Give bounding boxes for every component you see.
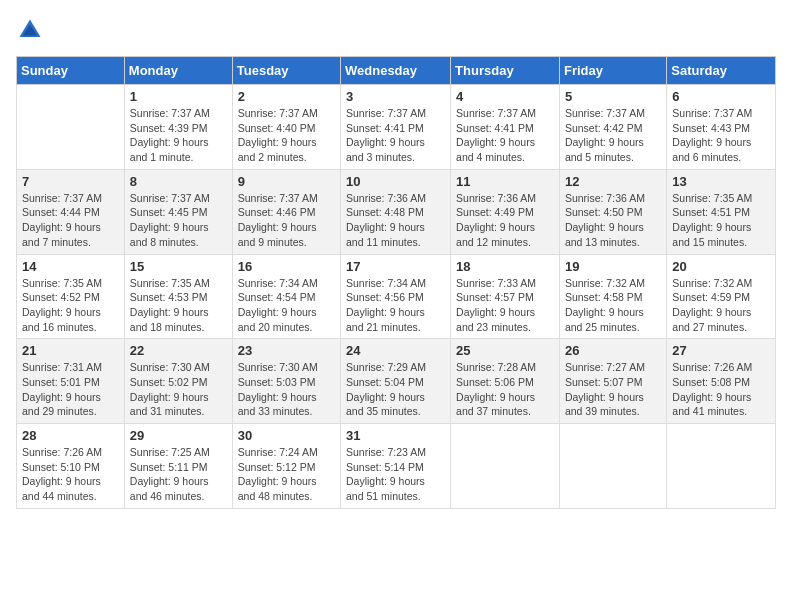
day-number: 18: [456, 259, 554, 274]
calendar-cell: 6 Sunrise: 7:37 AMSunset: 4:43 PMDayligh…: [667, 85, 776, 170]
day-header-sunday: Sunday: [17, 57, 125, 85]
day-number: 7: [22, 174, 119, 189]
calendar-cell: 24 Sunrise: 7:29 AMSunset: 5:04 PMDaylig…: [341, 339, 451, 424]
calendar-week-row: 1 Sunrise: 7:37 AMSunset: 4:39 PMDayligh…: [17, 85, 776, 170]
calendar-cell: 18 Sunrise: 7:33 AMSunset: 4:57 PMDaylig…: [451, 254, 560, 339]
day-info: Sunrise: 7:24 AMSunset: 5:12 PMDaylight:…: [238, 445, 335, 504]
day-info: Sunrise: 7:30 AMSunset: 5:03 PMDaylight:…: [238, 360, 335, 419]
calendar-cell: 13 Sunrise: 7:35 AMSunset: 4:51 PMDaylig…: [667, 169, 776, 254]
day-number: 9: [238, 174, 335, 189]
day-header-wednesday: Wednesday: [341, 57, 451, 85]
day-number: 17: [346, 259, 445, 274]
day-info: Sunrise: 7:31 AMSunset: 5:01 PMDaylight:…: [22, 360, 119, 419]
day-info: Sunrise: 7:37 AMSunset: 4:43 PMDaylight:…: [672, 106, 770, 165]
calendar-cell: 21 Sunrise: 7:31 AMSunset: 5:01 PMDaylig…: [17, 339, 125, 424]
day-info: Sunrise: 7:37 AMSunset: 4:46 PMDaylight:…: [238, 191, 335, 250]
day-number: 28: [22, 428, 119, 443]
day-number: 20: [672, 259, 770, 274]
day-info: Sunrise: 7:23 AMSunset: 5:14 PMDaylight:…: [346, 445, 445, 504]
calendar-cell: 4 Sunrise: 7:37 AMSunset: 4:41 PMDayligh…: [451, 85, 560, 170]
calendar-week-row: 21 Sunrise: 7:31 AMSunset: 5:01 PMDaylig…: [17, 339, 776, 424]
calendar-cell: [667, 424, 776, 509]
calendar-cell: 3 Sunrise: 7:37 AMSunset: 4:41 PMDayligh…: [341, 85, 451, 170]
day-info: Sunrise: 7:32 AMSunset: 4:58 PMDaylight:…: [565, 276, 661, 335]
day-number: 15: [130, 259, 227, 274]
day-info: Sunrise: 7:37 AMSunset: 4:45 PMDaylight:…: [130, 191, 227, 250]
calendar-cell: 16 Sunrise: 7:34 AMSunset: 4:54 PMDaylig…: [232, 254, 340, 339]
calendar-cell: [559, 424, 666, 509]
day-number: 26: [565, 343, 661, 358]
day-number: 25: [456, 343, 554, 358]
calendar-week-row: 14 Sunrise: 7:35 AMSunset: 4:52 PMDaylig…: [17, 254, 776, 339]
day-number: 21: [22, 343, 119, 358]
day-info: Sunrise: 7:35 AMSunset: 4:52 PMDaylight:…: [22, 276, 119, 335]
day-info: Sunrise: 7:37 AMSunset: 4:40 PMDaylight:…: [238, 106, 335, 165]
day-info: Sunrise: 7:32 AMSunset: 4:59 PMDaylight:…: [672, 276, 770, 335]
calendar-header-row: SundayMondayTuesdayWednesdayThursdayFrid…: [17, 57, 776, 85]
logo: [16, 16, 48, 44]
calendar-cell: 5 Sunrise: 7:37 AMSunset: 4:42 PMDayligh…: [559, 85, 666, 170]
calendar-cell: 10 Sunrise: 7:36 AMSunset: 4:48 PMDaylig…: [341, 169, 451, 254]
day-number: 30: [238, 428, 335, 443]
calendar-cell: 7 Sunrise: 7:37 AMSunset: 4:44 PMDayligh…: [17, 169, 125, 254]
day-number: 12: [565, 174, 661, 189]
day-info: Sunrise: 7:29 AMSunset: 5:04 PMDaylight:…: [346, 360, 445, 419]
logo-icon: [16, 16, 44, 44]
day-number: 22: [130, 343, 227, 358]
calendar-cell: 14 Sunrise: 7:35 AMSunset: 4:52 PMDaylig…: [17, 254, 125, 339]
day-info: Sunrise: 7:34 AMSunset: 4:56 PMDaylight:…: [346, 276, 445, 335]
calendar-cell: 22 Sunrise: 7:30 AMSunset: 5:02 PMDaylig…: [124, 339, 232, 424]
day-info: Sunrise: 7:35 AMSunset: 4:53 PMDaylight:…: [130, 276, 227, 335]
day-number: 16: [238, 259, 335, 274]
day-header-friday: Friday: [559, 57, 666, 85]
calendar-cell: 15 Sunrise: 7:35 AMSunset: 4:53 PMDaylig…: [124, 254, 232, 339]
day-number: 29: [130, 428, 227, 443]
day-info: Sunrise: 7:35 AMSunset: 4:51 PMDaylight:…: [672, 191, 770, 250]
calendar-cell: 20 Sunrise: 7:32 AMSunset: 4:59 PMDaylig…: [667, 254, 776, 339]
calendar-cell: 17 Sunrise: 7:34 AMSunset: 4:56 PMDaylig…: [341, 254, 451, 339]
day-info: Sunrise: 7:37 AMSunset: 4:44 PMDaylight:…: [22, 191, 119, 250]
day-number: 3: [346, 89, 445, 104]
day-header-thursday: Thursday: [451, 57, 560, 85]
day-number: 1: [130, 89, 227, 104]
day-info: Sunrise: 7:36 AMSunset: 4:48 PMDaylight:…: [346, 191, 445, 250]
day-number: 13: [672, 174, 770, 189]
day-number: 24: [346, 343, 445, 358]
calendar-cell: 23 Sunrise: 7:30 AMSunset: 5:03 PMDaylig…: [232, 339, 340, 424]
calendar-table: SundayMondayTuesdayWednesdayThursdayFrid…: [16, 56, 776, 509]
day-info: Sunrise: 7:34 AMSunset: 4:54 PMDaylight:…: [238, 276, 335, 335]
day-number: 11: [456, 174, 554, 189]
day-header-monday: Monday: [124, 57, 232, 85]
calendar-cell: 31 Sunrise: 7:23 AMSunset: 5:14 PMDaylig…: [341, 424, 451, 509]
day-number: 8: [130, 174, 227, 189]
day-number: 6: [672, 89, 770, 104]
day-info: Sunrise: 7:37 AMSunset: 4:41 PMDaylight:…: [346, 106, 445, 165]
day-info: Sunrise: 7:26 AMSunset: 5:10 PMDaylight:…: [22, 445, 119, 504]
day-number: 19: [565, 259, 661, 274]
calendar-cell: 11 Sunrise: 7:36 AMSunset: 4:49 PMDaylig…: [451, 169, 560, 254]
calendar-cell: 19 Sunrise: 7:32 AMSunset: 4:58 PMDaylig…: [559, 254, 666, 339]
day-info: Sunrise: 7:36 AMSunset: 4:50 PMDaylight:…: [565, 191, 661, 250]
day-info: Sunrise: 7:27 AMSunset: 5:07 PMDaylight:…: [565, 360, 661, 419]
day-info: Sunrise: 7:33 AMSunset: 4:57 PMDaylight:…: [456, 276, 554, 335]
day-number: 5: [565, 89, 661, 104]
calendar-cell: 12 Sunrise: 7:36 AMSunset: 4:50 PMDaylig…: [559, 169, 666, 254]
day-info: Sunrise: 7:37 AMSunset: 4:39 PMDaylight:…: [130, 106, 227, 165]
calendar-cell: 2 Sunrise: 7:37 AMSunset: 4:40 PMDayligh…: [232, 85, 340, 170]
day-info: Sunrise: 7:26 AMSunset: 5:08 PMDaylight:…: [672, 360, 770, 419]
calendar-week-row: 28 Sunrise: 7:26 AMSunset: 5:10 PMDaylig…: [17, 424, 776, 509]
calendar-cell: [17, 85, 125, 170]
day-info: Sunrise: 7:36 AMSunset: 4:49 PMDaylight:…: [456, 191, 554, 250]
day-number: 10: [346, 174, 445, 189]
day-number: 4: [456, 89, 554, 104]
day-number: 31: [346, 428, 445, 443]
day-info: Sunrise: 7:25 AMSunset: 5:11 PMDaylight:…: [130, 445, 227, 504]
calendar-cell: 30 Sunrise: 7:24 AMSunset: 5:12 PMDaylig…: [232, 424, 340, 509]
calendar-cell: 27 Sunrise: 7:26 AMSunset: 5:08 PMDaylig…: [667, 339, 776, 424]
page-header: [16, 16, 776, 44]
day-info: Sunrise: 7:37 AMSunset: 4:42 PMDaylight:…: [565, 106, 661, 165]
calendar-cell: 29 Sunrise: 7:25 AMSunset: 5:11 PMDaylig…: [124, 424, 232, 509]
day-info: Sunrise: 7:30 AMSunset: 5:02 PMDaylight:…: [130, 360, 227, 419]
calendar-cell: 25 Sunrise: 7:28 AMSunset: 5:06 PMDaylig…: [451, 339, 560, 424]
calendar-cell: 26 Sunrise: 7:27 AMSunset: 5:07 PMDaylig…: [559, 339, 666, 424]
